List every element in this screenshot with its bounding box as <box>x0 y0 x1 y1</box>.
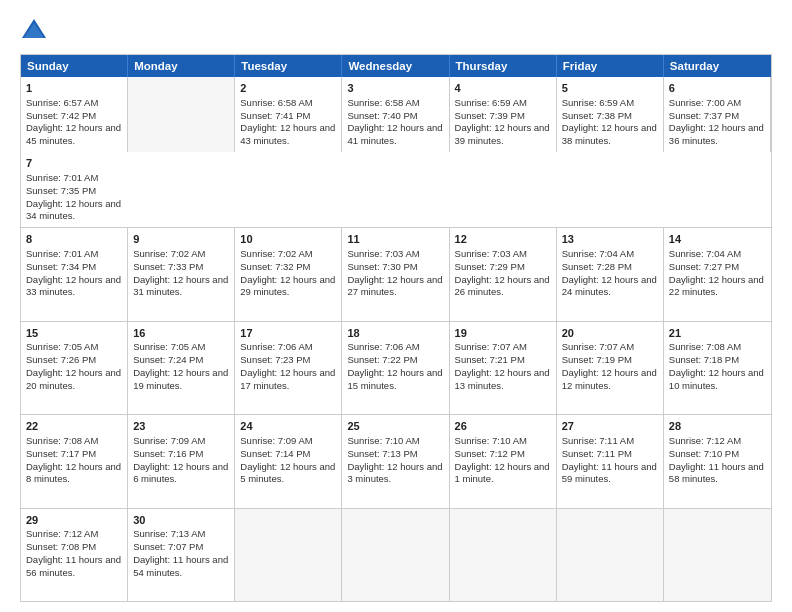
day-num: 9 <box>133 232 229 247</box>
cal-cell: 11Sunrise: 7:03 AMSunset: 7:30 PMDayligh… <box>342 228 449 320</box>
cal-cell: 24Sunrise: 7:09 AMSunset: 7:14 PMDayligh… <box>235 415 342 507</box>
day-num: 27 <box>562 419 658 434</box>
cal-cell: 19Sunrise: 7:07 AMSunset: 7:21 PMDayligh… <box>450 322 557 414</box>
day-num: 30 <box>133 513 229 528</box>
cal-cell: 13Sunrise: 7:04 AMSunset: 7:28 PMDayligh… <box>557 228 664 320</box>
day-num: 22 <box>26 419 122 434</box>
day-num: 23 <box>133 419 229 434</box>
cal-cell: 5Sunrise: 6:59 AMSunset: 7:38 PMDaylight… <box>557 77 664 152</box>
day-num: 20 <box>562 326 658 341</box>
cal-cell: 3Sunrise: 6:58 AMSunset: 7:40 PMDaylight… <box>342 77 449 152</box>
cal-cell: 29Sunrise: 7:12 AMSunset: 7:08 PMDayligh… <box>21 509 128 601</box>
day-num: 5 <box>562 81 658 96</box>
day-num: 4 <box>455 81 551 96</box>
cal-cell: 30Sunrise: 7:13 AMSunset: 7:07 PMDayligh… <box>128 509 235 601</box>
cal-cell-empty <box>664 509 771 601</box>
cal-header-thursday: Thursday <box>450 55 557 77</box>
cal-cell: 17Sunrise: 7:06 AMSunset: 7:23 PMDayligh… <box>235 322 342 414</box>
day-num: 13 <box>562 232 658 247</box>
cal-row-0: 1Sunrise: 6:57 AMSunset: 7:42 PMDaylight… <box>21 77 771 228</box>
page: SundayMondayTuesdayWednesdayThursdayFrid… <box>0 0 792 612</box>
day-num: 10 <box>240 232 336 247</box>
day-num: 1 <box>26 81 122 96</box>
cal-cell: 21Sunrise: 7:08 AMSunset: 7:18 PMDayligh… <box>664 322 771 414</box>
day-num: 19 <box>455 326 551 341</box>
calendar: SundayMondayTuesdayWednesdayThursdayFrid… <box>20 54 772 602</box>
day-num: 25 <box>347 419 443 434</box>
day-num: 12 <box>455 232 551 247</box>
cal-header-sunday: Sunday <box>21 55 128 77</box>
cal-row-1: 8Sunrise: 7:01 AMSunset: 7:34 PMDaylight… <box>21 228 771 321</box>
cal-cell: 7Sunrise: 7:01 AMSunset: 7:35 PMDaylight… <box>21 152 128 227</box>
cal-cell: 12Sunrise: 7:03 AMSunset: 7:29 PMDayligh… <box>450 228 557 320</box>
cal-cell: 25Sunrise: 7:10 AMSunset: 7:13 PMDayligh… <box>342 415 449 507</box>
cal-cell: 22Sunrise: 7:08 AMSunset: 7:17 PMDayligh… <box>21 415 128 507</box>
cal-cell: 8Sunrise: 7:01 AMSunset: 7:34 PMDaylight… <box>21 228 128 320</box>
calendar-header: SundayMondayTuesdayWednesdayThursdayFrid… <box>21 55 771 77</box>
cal-cell-empty <box>128 77 235 152</box>
day-num: 6 <box>669 81 765 96</box>
day-num: 17 <box>240 326 336 341</box>
cal-cell-empty <box>450 509 557 601</box>
cal-header-monday: Monday <box>128 55 235 77</box>
cal-cell: 20Sunrise: 7:07 AMSunset: 7:19 PMDayligh… <box>557 322 664 414</box>
day-num: 11 <box>347 232 443 247</box>
day-num: 18 <box>347 326 443 341</box>
cal-cell: 18Sunrise: 7:06 AMSunset: 7:22 PMDayligh… <box>342 322 449 414</box>
calendar-body: 1Sunrise: 6:57 AMSunset: 7:42 PMDaylight… <box>21 77 771 601</box>
cal-cell: 14Sunrise: 7:04 AMSunset: 7:27 PMDayligh… <box>664 228 771 320</box>
cal-header-friday: Friday <box>557 55 664 77</box>
cal-header-wednesday: Wednesday <box>342 55 449 77</box>
cal-cell-empty <box>235 509 342 601</box>
cal-cell: 23Sunrise: 7:09 AMSunset: 7:16 PMDayligh… <box>128 415 235 507</box>
day-num: 8 <box>26 232 122 247</box>
cal-cell: 4Sunrise: 6:59 AMSunset: 7:39 PMDaylight… <box>450 77 557 152</box>
cal-row-2: 15Sunrise: 7:05 AMSunset: 7:26 PMDayligh… <box>21 322 771 415</box>
day-num: 15 <box>26 326 122 341</box>
day-num: 7 <box>26 156 123 171</box>
logo <box>20 16 52 44</box>
cal-cell: 16Sunrise: 7:05 AMSunset: 7:24 PMDayligh… <box>128 322 235 414</box>
cal-cell: 26Sunrise: 7:10 AMSunset: 7:12 PMDayligh… <box>450 415 557 507</box>
header <box>20 16 772 44</box>
day-num: 28 <box>669 419 766 434</box>
logo-icon <box>20 16 48 44</box>
cal-header-tuesday: Tuesday <box>235 55 342 77</box>
cal-cell: 28Sunrise: 7:12 AMSunset: 7:10 PMDayligh… <box>664 415 771 507</box>
cal-cell: 15Sunrise: 7:05 AMSunset: 7:26 PMDayligh… <box>21 322 128 414</box>
cal-row-3: 22Sunrise: 7:08 AMSunset: 7:17 PMDayligh… <box>21 415 771 508</box>
cal-cell-empty <box>557 509 664 601</box>
cal-cell-empty <box>342 509 449 601</box>
day-num: 21 <box>669 326 766 341</box>
cal-header-saturday: Saturday <box>664 55 771 77</box>
cal-cell: 27Sunrise: 7:11 AMSunset: 7:11 PMDayligh… <box>557 415 664 507</box>
cal-cell: 10Sunrise: 7:02 AMSunset: 7:32 PMDayligh… <box>235 228 342 320</box>
day-num: 24 <box>240 419 336 434</box>
day-num: 3 <box>347 81 443 96</box>
day-num: 16 <box>133 326 229 341</box>
day-num: 14 <box>669 232 766 247</box>
day-num: 26 <box>455 419 551 434</box>
cal-row-4: 29Sunrise: 7:12 AMSunset: 7:08 PMDayligh… <box>21 509 771 601</box>
cal-cell: 6Sunrise: 7:00 AMSunset: 7:37 PMDaylight… <box>664 77 771 152</box>
day-num: 29 <box>26 513 122 528</box>
day-num: 2 <box>240 81 336 96</box>
cal-cell: 9Sunrise: 7:02 AMSunset: 7:33 PMDaylight… <box>128 228 235 320</box>
cal-cell: 2Sunrise: 6:58 AMSunset: 7:41 PMDaylight… <box>235 77 342 152</box>
cal-cell: 1Sunrise: 6:57 AMSunset: 7:42 PMDaylight… <box>21 77 128 152</box>
